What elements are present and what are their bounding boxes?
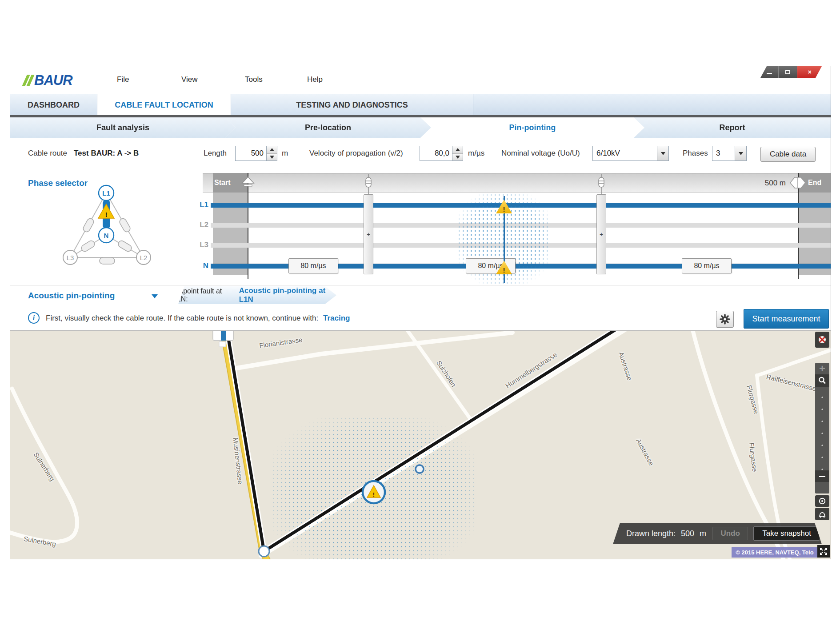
line-label-l3: L3 bbox=[197, 241, 208, 249]
fault-alarm-button[interactable] bbox=[815, 508, 829, 520]
main-tab-bar: DASHBOARD CABLE FAULT LOCATION TESTING A… bbox=[10, 94, 831, 115]
settings-button[interactable] bbox=[716, 311, 734, 328]
drawn-length-value: 500 bbox=[681, 529, 694, 538]
voltage-label: Nominal voltage (Uo/U) bbox=[501, 149, 580, 158]
menu-tools[interactable]: Tools bbox=[245, 75, 263, 84]
disable-drawing-button[interactable] bbox=[815, 332, 829, 348]
voltage-select[interactable]: 6/10kV bbox=[592, 146, 669, 161]
magnifier-icon bbox=[818, 376, 827, 385]
phases-value: 3 bbox=[712, 146, 735, 161]
pinpointing-mode-label[interactable]: Acoustic pin-pointing bbox=[28, 291, 115, 301]
fullscreen-icon bbox=[819, 547, 828, 556]
length-label: Length bbox=[204, 149, 227, 158]
no-draw-icon bbox=[817, 335, 827, 345]
start-handle-icon[interactable] bbox=[241, 176, 255, 189]
phase-node-n-label: N bbox=[104, 232, 109, 239]
map-view[interactable]: ! Florianistrasse Sulzhofen Hummelbergst… bbox=[10, 330, 831, 559]
window-controls: × bbox=[760, 66, 823, 78]
cable-joint-icon bbox=[597, 174, 605, 194]
info-message: First, visually check the cable route. I… bbox=[46, 314, 318, 322]
cable-route-line[interactable] bbox=[227, 331, 621, 551]
cable-data-button[interactable]: Cable data bbox=[760, 147, 816, 162]
velocity-tag[interactable]: 80 m/µs bbox=[288, 258, 338, 273]
plus-icon: + bbox=[819, 362, 825, 375]
fullscreen-button[interactable] bbox=[817, 545, 830, 558]
take-snapshot-button[interactable]: Take snapshot bbox=[753, 526, 820, 541]
velocity-tag[interactable]: 80 m/µs bbox=[682, 258, 732, 273]
minimize-button[interactable] bbox=[760, 66, 779, 78]
joint-bar[interactable]: + bbox=[364, 194, 373, 274]
minus-icon bbox=[819, 476, 825, 477]
spin-down-button[interactable] bbox=[267, 154, 277, 161]
pinpoint-fault-tab[interactable]: Pinpoint fault at L1N: Acoustic pin-poin… bbox=[173, 286, 336, 304]
svg-text:!: ! bbox=[373, 491, 375, 498]
info-row: i First, visually check the cable route.… bbox=[10, 307, 831, 330]
map-fault-marker[interactable]: ! bbox=[363, 481, 385, 503]
tab-testing-diagnostics[interactable]: TESTING AND DIAGNOSTICS bbox=[231, 94, 473, 116]
cable-position-strip[interactable] bbox=[203, 173, 831, 193]
tab-dashboard[interactable]: DASHBOARD bbox=[10, 94, 97, 116]
arrow-down-icon bbox=[270, 156, 274, 159]
dropdown-button[interactable] bbox=[657, 146, 668, 161]
undo-button[interactable]: Undo bbox=[712, 527, 748, 540]
maximize-button[interactable] bbox=[779, 66, 797, 78]
zoom-out-button[interactable] bbox=[815, 470, 829, 482]
info-text: First, visually check the cable route. I… bbox=[46, 314, 350, 323]
velocity-unit: m/µs bbox=[468, 149, 484, 158]
chevron-down-icon[interactable] bbox=[152, 294, 158, 298]
end-label: End bbox=[808, 179, 821, 187]
voltage-value: 6/10kV bbox=[593, 146, 657, 161]
start-measurement-button[interactable]: Start measurement bbox=[744, 309, 829, 329]
velocity-label: Velocity of propagation (v/2) bbox=[309, 149, 403, 158]
chevron-down-icon bbox=[661, 152, 665, 155]
menu-view[interactable]: View bbox=[181, 75, 198, 84]
velocity-field[interactable]: 80,0 bbox=[420, 146, 463, 161]
route-waypoint-marker[interactable] bbox=[416, 465, 424, 473]
tracing-link[interactable]: Tracing bbox=[323, 314, 350, 322]
spin-down-button[interactable] bbox=[452, 154, 463, 161]
menu-file[interactable]: File bbox=[117, 75, 129, 84]
breadcrumb-pre-location[interactable]: Pre-location bbox=[225, 117, 431, 138]
target-icon bbox=[818, 497, 827, 506]
gear-icon bbox=[719, 313, 731, 325]
map-zoom-control: + bbox=[815, 363, 829, 494]
drawn-length-label: Drawn length: bbox=[626, 529, 676, 538]
breadcrumb-fault-analysis[interactable]: Fault analysis bbox=[10, 117, 236, 138]
length-field[interactable]: 500 bbox=[235, 146, 277, 161]
zoom-in-button[interactable]: + bbox=[815, 363, 829, 374]
baur-logo: BAUR bbox=[24, 72, 72, 88]
end-handle-icon[interactable] bbox=[790, 176, 806, 189]
phases-select[interactable]: 3 bbox=[712, 146, 747, 161]
cable-route-label: Cable route bbox=[28, 149, 67, 158]
arrow-up-icon bbox=[456, 148, 460, 151]
route-vertex-marker[interactable] bbox=[259, 546, 269, 557]
dropdown-button[interactable] bbox=[735, 146, 746, 161]
length-value[interactable]: 500 bbox=[236, 146, 266, 161]
tab-cable-fault-location[interactable]: CABLE FAULT LOCATION bbox=[97, 94, 231, 116]
locate-button[interactable] bbox=[815, 495, 829, 507]
joint-bar[interactable]: + bbox=[596, 194, 606, 274]
spin-up-button[interactable] bbox=[267, 146, 277, 154]
app-window: BAUR File View Tools Help × DASHBOARD CA… bbox=[10, 66, 831, 559]
start-label: Start bbox=[214, 179, 230, 187]
menu-help[interactable]: Help bbox=[307, 75, 323, 84]
logo-text: BAUR bbox=[34, 72, 72, 88]
close-button[interactable]: × bbox=[797, 66, 823, 78]
velocity-value[interactable]: 80,0 bbox=[420, 146, 452, 161]
phase-selector-diagram[interactable]: ! L1 N L3 L2 bbox=[46, 185, 170, 269]
arrow-up-icon bbox=[270, 148, 274, 151]
pinpoint-tab-label: Acoustic pin-pointing at L1N bbox=[239, 286, 336, 304]
breadcrumb-report[interactable]: Report bbox=[634, 117, 831, 138]
title-bar: BAUR File View Tools Help × bbox=[10, 66, 831, 94]
zoom-slider[interactable] bbox=[815, 387, 829, 470]
spin-up-button[interactable] bbox=[452, 146, 463, 154]
velocity-spinner bbox=[452, 146, 463, 161]
phase-node-l1-label: L1 bbox=[102, 189, 110, 197]
map-attribution: © 2015 HERE, NAVTEQ, Telo bbox=[732, 547, 818, 558]
minimize-icon bbox=[767, 73, 772, 74]
pinpointing-mode-row: Acoustic pin-pointing Pinpoint fault at … bbox=[10, 285, 831, 307]
line-label-l2: L2 bbox=[197, 221, 208, 229]
zoom-search-button[interactable] bbox=[815, 374, 829, 387]
breadcrumb: Fault analysis Pre-location Pin-pointing… bbox=[10, 117, 831, 138]
breadcrumb-pin-pointing[interactable]: Pin-pointing bbox=[420, 117, 644, 138]
